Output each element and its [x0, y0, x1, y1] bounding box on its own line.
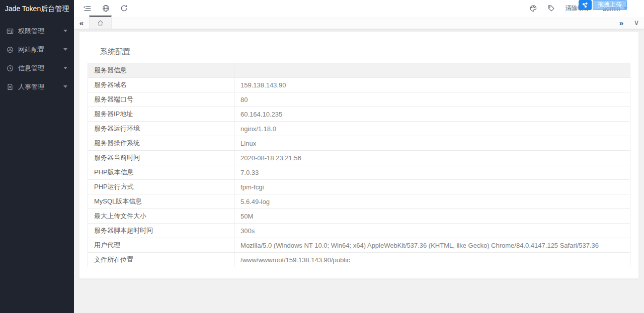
permissions-icon — [7, 28, 14, 35]
table-row: 文件所在位置 /www/wwwroot/159.138.143.90/publi… — [88, 253, 630, 267]
refresh-icon[interactable] — [120, 5, 128, 13]
table-row: MySQL版本信息 5.6.49-log — [88, 194, 630, 209]
sidebar-item-label: 网站配置 — [18, 45, 44, 54]
personnel-icon — [7, 83, 14, 90]
topbar: 清除缓存 admin — [74, 0, 644, 17]
topbar-left-icons — [74, 5, 128, 13]
main-content: 系统配置 服务器信息 服务器域名 159.138.143.90 服务器端口号 8… — [74, 30, 644, 313]
table-row: PHP运行方式 fpm-fcgi — [88, 180, 630, 194]
table-row: 最大上传文件大小 50M — [88, 209, 630, 224]
tab-home[interactable] — [89, 16, 112, 29]
tag-icon[interactable] — [547, 5, 555, 13]
table-row: 服务器域名 159.138.143.90 — [88, 78, 630, 92]
sidebar: Jade Token后台管理 权限管理 网站配置 — [0, 0, 74, 313]
table-header-row: 服务器信息 — [88, 63, 630, 78]
chevron-down-icon — [63, 30, 67, 32]
chevron-down-icon — [63, 67, 67, 69]
tabs-scroll-left-icon[interactable]: « — [74, 17, 89, 29]
globe-icon[interactable] — [102, 5, 110, 13]
tabs-scroll-right-icon[interactable]: » — [614, 17, 629, 29]
app-logo-title[interactable]: Jade Token后台管理 — [0, 0, 74, 17]
page-title: 系统配置 — [95, 47, 135, 57]
share-nodes-icon[interactable] — [579, 0, 592, 10]
home-icon — [97, 20, 104, 26]
drag-upload-button[interactable]: 拖拽上传 — [593, 0, 627, 10]
table-row: PHP版本信息 7.0.33 — [88, 165, 630, 180]
tabbar-right: » ∨ — [614, 17, 644, 29]
tabbar: « » ∨ — [74, 17, 644, 29]
info-manage-icon — [7, 65, 14, 72]
sidebar-item-label: 权限管理 — [18, 27, 44, 36]
table-row: 服务器运行环境 nginx/1.18.0 — [88, 122, 630, 136]
table-row: 用户代理 Mozilla/5.0 (Windows NT 10.0; Win64… — [88, 238, 630, 253]
chevron-down-icon — [63, 48, 67, 51]
table-header: 服务器信息 — [88, 63, 234, 78]
system-config-panel: 系统配置 服务器信息 服务器域名 159.138.143.90 服务器端口号 8… — [79, 32, 639, 279]
table-row: 服务器端口号 80 — [88, 92, 630, 107]
chevron-down-icon — [63, 85, 67, 88]
sidebar-item-label: 人事管理 — [18, 82, 44, 91]
site-config-icon — [7, 46, 14, 53]
drag-upload-overlay: 拖拽上传 — [579, 0, 627, 10]
section-divider: 系统配置 — [88, 47, 630, 57]
theme-palette-icon[interactable] — [529, 5, 537, 13]
sidebar-item-info-manage[interactable]: 信息管理 — [0, 59, 74, 77]
sidebar-item-personnel[interactable]: 人事管理 — [0, 77, 74, 96]
menu-fold-icon[interactable] — [84, 5, 92, 13]
tabs-dropdown-icon[interactable]: ∨ — [629, 17, 644, 29]
table-row: 服务器脚本超时时间 300s — [88, 224, 630, 238]
table-row: 服务器当前时间 2020-08-18 23:21:56 — [88, 151, 630, 165]
table-row: 服务器IP地址 60.164.10.235 — [88, 107, 630, 122]
sidebar-item-site-config[interactable]: 网站配置 — [0, 40, 74, 59]
sidebar-item-permissions[interactable]: 权限管理 — [0, 22, 74, 40]
sidebar-item-label: 信息管理 — [18, 64, 44, 73]
server-info-table: 服务器信息 服务器域名 159.138.143.90 服务器端口号 80 服务器… — [88, 63, 630, 267]
sidebar-nav: 权限管理 网站配置 信息管理 — [0, 22, 74, 96]
table-row: 服务器操作系统 Linux — [88, 136, 630, 151]
